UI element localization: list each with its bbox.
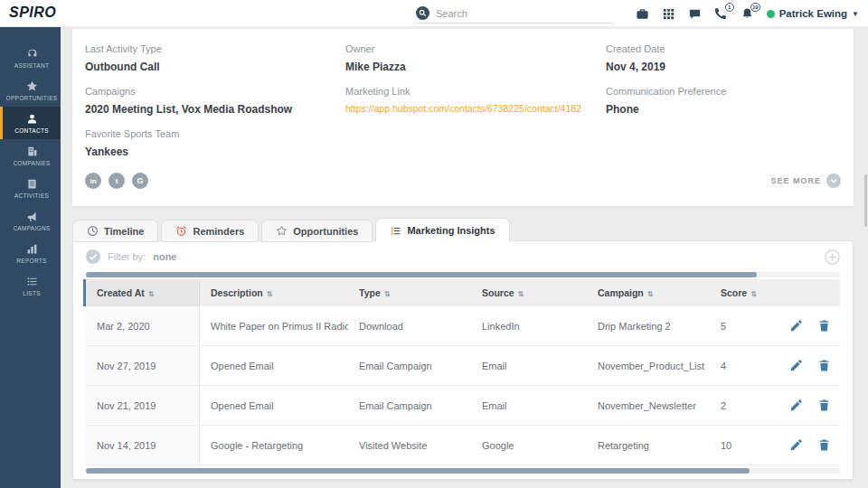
sidebar-item-companies[interactable]: COMPANIES xyxy=(0,139,61,172)
detail-tabs: Timeline Reminders Opportunities Marketi… xyxy=(72,218,513,242)
google-icon[interactable]: G xyxy=(132,173,148,189)
clipboard-icon xyxy=(26,178,38,190)
field-last-activity-type: Last Activity Type Outbound Call xyxy=(85,43,345,73)
app-logo[interactable]: SPIRO xyxy=(9,5,56,21)
insights-table: Created At Description Type Source Campa… xyxy=(86,279,840,465)
row-actions xyxy=(760,386,840,425)
marketing-link[interactable]: https://app.hubspot.com/contacts/6738225… xyxy=(345,103,606,114)
column-header-type[interactable]: Type xyxy=(348,279,471,308)
chat-icon[interactable] xyxy=(688,6,703,21)
edit-icon[interactable] xyxy=(789,359,803,372)
sidebar-item-campaigns[interactable]: CAMPAIGNS xyxy=(0,204,61,237)
topbar-icon-cluster: 1 19 Patrick Ewing ▼ xyxy=(636,0,859,27)
megaphone-icon xyxy=(26,211,38,222)
row-actions xyxy=(760,306,840,345)
frozen-column-accent xyxy=(83,279,86,306)
sidebar-item-assistant[interactable]: ASSISTANT xyxy=(0,42,61,74)
column-header-campaign[interactable]: Campaign xyxy=(587,279,710,308)
field-created-date: Created Date Nov 4, 2019 xyxy=(606,43,841,73)
tab-marketing-insights[interactable]: Marketing Insights xyxy=(375,218,509,242)
headset-icon xyxy=(26,48,38,60)
add-insight-button[interactable] xyxy=(825,249,840,265)
building-icon xyxy=(26,145,38,157)
sidebar-item-activities[interactable]: ACTIVITIES xyxy=(0,172,61,204)
delete-icon[interactable] xyxy=(817,438,831,452)
insights-list-icon xyxy=(390,225,401,237)
star-icon xyxy=(26,80,38,92)
marketing-insights-panel: Filter by: none Created At Description T… xyxy=(72,240,854,480)
sidebar-item-lists[interactable]: LISTS xyxy=(0,269,61,302)
filter-label: Filter by: xyxy=(108,251,146,262)
delete-icon[interactable] xyxy=(817,359,831,372)
table-horizontal-scrollbar-bottom[interactable] xyxy=(86,468,840,474)
tab-opportunities[interactable]: Opportunities xyxy=(261,220,373,242)
sidebar-item-reports[interactable]: REPORTS xyxy=(0,237,61,269)
apps-grid-icon[interactable] xyxy=(662,6,676,21)
briefcase-icon[interactable] xyxy=(636,6,650,21)
tab-reminders[interactable]: Reminders xyxy=(161,220,259,242)
field-favorite-sports-team: Favorite Sports Team Yankees xyxy=(85,128,345,158)
online-status-dot xyxy=(767,10,775,18)
edit-icon[interactable] xyxy=(789,438,803,452)
user-menu[interactable]: Patrick Ewing ▼ xyxy=(767,8,859,19)
scrollbar-thumb[interactable] xyxy=(86,468,750,474)
see-more-button[interactable]: SEE MORE xyxy=(770,174,841,188)
tab-timeline[interactable]: Timeline xyxy=(72,220,158,242)
column-header-created-at[interactable]: Created At xyxy=(86,279,200,308)
column-header-source[interactable]: Source xyxy=(471,279,587,308)
top-bar: SPIRO 1 19 Patrick Ewing ▼ xyxy=(0,0,868,27)
social-links-row: in t G SEE MORE xyxy=(85,173,841,189)
table-row: Nov 14, 2019 Google - Retargeting Visite… xyxy=(86,426,840,465)
page-vertical-scrollbar[interactable] xyxy=(864,174,867,227)
edit-icon[interactable] xyxy=(789,319,803,333)
phone-icon[interactable]: 1 xyxy=(714,6,729,21)
search-input[interactable] xyxy=(429,6,613,21)
row-actions xyxy=(760,426,840,465)
table-row: Mar 2, 2020 White Paper on Primus II Rad… xyxy=(86,306,840,346)
row-actions xyxy=(760,346,840,385)
column-header-actions xyxy=(760,279,840,308)
phone-badge: 1 xyxy=(725,3,734,12)
chevron-down-circle-icon xyxy=(826,174,841,188)
sidebar-item-opportunities[interactable]: OPPORTUNITIES xyxy=(0,74,61,107)
edit-icon[interactable] xyxy=(789,399,803,412)
field-marketing-link: Marketing Link https://app.hubspot.com/c… xyxy=(345,86,606,116)
filter-value[interactable]: none xyxy=(153,251,176,262)
filter-bar: Filter by: none xyxy=(73,241,853,272)
delete-icon[interactable] xyxy=(817,319,831,333)
delete-icon[interactable] xyxy=(817,399,831,412)
column-header-score[interactable]: Score xyxy=(710,279,760,308)
notifications-badge: 19 xyxy=(750,3,760,12)
clock-icon xyxy=(87,225,99,237)
scrollbar-thumb[interactable] xyxy=(86,272,757,277)
list-icon xyxy=(26,276,38,287)
chevron-down-icon: ▼ xyxy=(852,10,859,18)
plus-circle-icon xyxy=(825,249,840,265)
contact-fields: Last Activity Type Outbound Call Owner M… xyxy=(85,43,841,171)
bar-chart-icon xyxy=(26,243,38,255)
table-row: Nov 21, 2019 Opened Email Email Campaign… xyxy=(86,386,840,426)
contact-detail-card: Last Activity Type Outbound Call Owner M… xyxy=(72,29,854,206)
person-icon xyxy=(26,113,38,125)
user-name: Patrick Ewing xyxy=(779,8,847,19)
main-content: Last Activity Type Outbound Call Owner M… xyxy=(61,27,868,488)
column-header-description[interactable]: Description xyxy=(200,279,348,308)
twitter-icon[interactable]: t xyxy=(108,173,125,189)
linkedin-icon[interactable]: in xyxy=(85,173,101,189)
table-horizontal-scrollbar-top[interactable] xyxy=(86,272,840,277)
sidebar-item-contacts[interactable]: CONTACTS xyxy=(0,107,61,139)
star-outline-icon xyxy=(276,225,288,237)
field-communication-preference: Communication Preference Phone xyxy=(606,86,841,116)
field-campaigns: Campaigns 2020 Meeting List, Vox Media R… xyxy=(85,86,345,116)
search-icon xyxy=(416,6,429,20)
field-owner: Owner Mike Piazza xyxy=(345,43,606,73)
sidebar-nav: ASSISTANT OPPORTUNITIES CONTACTS COMPANI… xyxy=(0,27,61,488)
table-header-row: Created At Description Type Source Campa… xyxy=(86,279,840,306)
notifications-bell-icon[interactable]: 19 xyxy=(741,6,755,21)
table-row: Nov 27, 2019 Opened Email Email Campaign… xyxy=(86,346,840,386)
global-search xyxy=(416,4,613,23)
filter-check-icon[interactable] xyxy=(86,249,100,264)
alarm-icon xyxy=(175,225,187,237)
